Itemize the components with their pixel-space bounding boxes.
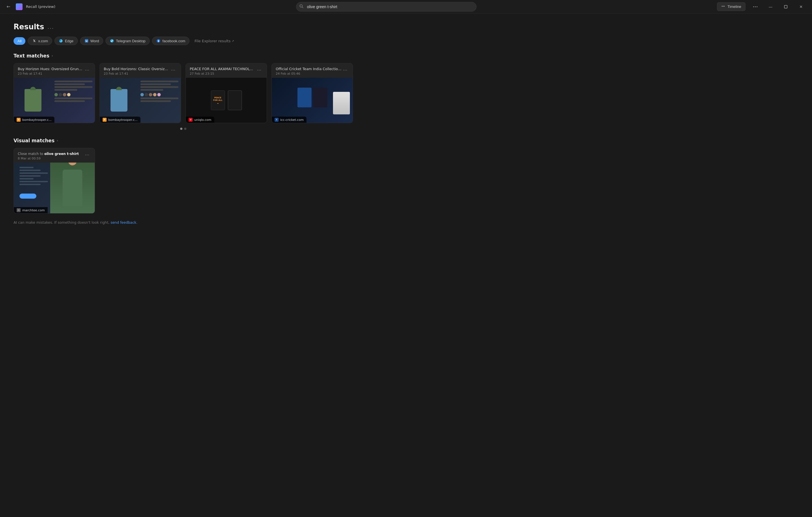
text-matches-arrow-icon: › <box>52 54 53 58</box>
x-icon: 𝕏 <box>32 39 36 43</box>
card-4-favicon: I <box>274 118 279 122</box>
card-2-menu-button[interactable]: ⋯ <box>170 67 177 73</box>
vt-line-6 <box>20 181 48 182</box>
card-4-menu-button[interactable]: ⋯ <box>342 67 349 73</box>
text-line-6 <box>54 100 85 102</box>
cricket-shirt-dark <box>313 88 327 108</box>
vt-line-1 <box>20 167 33 168</box>
svg-text:W: W <box>85 40 88 42</box>
back-button[interactable]: ← <box>4 3 12 11</box>
pagination-dot-2[interactable] <box>184 128 186 130</box>
vcard-1-menu-button[interactable]: ⋯ <box>84 152 91 158</box>
card-1-favicon: B <box>17 118 21 122</box>
window-controls: — ✕ <box>749 2 808 11</box>
vcard-1-thumbnail: m marchtee.com <box>14 162 95 213</box>
search-icon <box>299 4 303 9</box>
card-1-header: Buy Horizon Hues: Oversized Grunge T-shi… <box>14 63 95 78</box>
search-bar <box>296 2 476 11</box>
timeline-icon <box>721 4 725 9</box>
more-options-button[interactable] <box>749 2 762 11</box>
card-3-site-label: U uniqlo.com <box>186 117 214 123</box>
color-swatches-2 <box>140 93 179 96</box>
filter-tab-facebook[interactable]: facebook.com <box>152 37 190 45</box>
akamai-shirt-dark: PEACEFOR ALL ☁ <box>211 90 225 110</box>
text-match-card-3[interactable]: PEACE FOR ALL AKAMAI TECHNOLOGIES (... 2… <box>185 63 267 123</box>
filter-tab-xcom[interactable]: 𝕏 x.com <box>28 37 52 45</box>
text-line-6 <box>140 100 171 102</box>
titlebar: ← Recall (preview) <box>0 0 812 13</box>
filter-tab-edge-label: Edge <box>65 39 73 43</box>
pagination-dots <box>13 128 353 130</box>
timeline-button[interactable]: Timeline <box>717 2 746 11</box>
svg-line-2 <box>302 7 303 8</box>
visual-matches-title: Visual matches <box>13 138 54 144</box>
filter-tab-word[interactable]: W Word <box>80 37 104 45</box>
vcard-1-site-name: marchtee.com <box>22 209 45 212</box>
text-line-5 <box>140 97 179 99</box>
maximize-button[interactable] <box>779 2 792 11</box>
file-explorer-link[interactable]: File Explorer results ↗ <box>192 37 237 45</box>
pagination-dot-1[interactable] <box>180 128 182 130</box>
card-3-menu-button[interactable]: ⋯ <box>256 67 263 73</box>
card-2-site-label: B bombaytrooper.c... <box>100 117 140 123</box>
text-line-2 <box>140 83 171 85</box>
svg-point-6 <box>753 6 754 7</box>
results-title: Results <box>13 23 44 31</box>
vcard-1-text-panel <box>17 162 51 213</box>
filter-tab-edge[interactable]: Edge <box>54 37 78 45</box>
timeline-label: Timeline <box>727 4 741 9</box>
filter-tab-all-label: All <box>18 39 22 43</box>
card-4-header: Official Cricket Team India Collection |… <box>272 63 353 78</box>
results-more-button[interactable]: ... <box>47 24 54 30</box>
vcard-1-site-label: m marchtee.com <box>14 207 48 213</box>
text-match-card-2[interactable]: Buy Bold Horizons: Classic Oversized T-s… <box>99 63 181 123</box>
swatch-pink <box>157 93 161 96</box>
swatch-blue <box>140 93 144 96</box>
swatch-dark <box>59 93 62 96</box>
filter-tab-xcom-label: x.com <box>38 39 48 43</box>
vcard-1-title: Close match to olive green t-shirt <box>18 152 84 156</box>
search-input[interactable] <box>296 2 476 11</box>
text-match-card-4[interactable]: Official Cricket Team India Collection |… <box>271 63 353 123</box>
visual-matches-grid: Close match to olive green t-shirt 8 Mar… <box>13 148 353 214</box>
filter-tab-all[interactable]: All <box>13 37 25 45</box>
vt-line-7 <box>20 184 40 185</box>
app-title: Recall (preview) <box>26 4 55 9</box>
blue-tshirt-image <box>111 89 127 112</box>
svg-point-5 <box>724 6 725 7</box>
card-2-date: 23 Feb at 17:41 <box>104 72 170 75</box>
send-feedback-link[interactable]: send feedback <box>111 220 136 224</box>
disclaimer-suffix: . <box>137 220 138 224</box>
visual-matches-header[interactable]: Visual matches › <box>13 138 353 144</box>
vcard-1-favicon: m <box>17 208 21 212</box>
card-1-site-label: B bombaytrooper.c... <box>14 117 54 123</box>
vcard-1-header: Close match to olive green t-shirt 8 Mar… <box>14 148 95 162</box>
swatch-dark <box>145 93 148 96</box>
person-body <box>63 170 82 206</box>
close-button[interactable]: ✕ <box>794 2 808 11</box>
card-3-title: PEACE FOR ALL AKAMAI TECHNOLOGIES (... <box>190 67 256 71</box>
text-line-1 <box>140 81 179 82</box>
filter-tab-telegram-label: Telegram Desktop <box>116 39 145 43</box>
visual-match-card-1[interactable]: Close match to olive green t-shirt 8 Mar… <box>13 148 95 214</box>
svg-rect-9 <box>784 5 787 8</box>
card-3-favicon: U <box>188 118 193 122</box>
text-line-4 <box>54 89 77 91</box>
card-1-menu-button[interactable]: ⋯ <box>84 67 91 73</box>
text-match-card-1[interactable]: Buy Horizon Hues: Oversized Grunge T-shi… <box>13 63 95 123</box>
vcard-1-date: 8 Mar at 00:59 <box>18 157 84 160</box>
cricket-shirt-white <box>333 92 350 114</box>
ai-disclaimer: AI can make mistakes. If something doesn… <box>13 220 353 224</box>
file-explorer-link-label: File Explorer results <box>195 39 231 43</box>
swatch-brown <box>149 93 152 96</box>
text-matches-header[interactable]: Text matches › <box>13 53 353 59</box>
minimize-button[interactable]: — <box>764 2 777 11</box>
filter-tab-telegram[interactable]: Telegram Desktop <box>106 37 150 45</box>
filter-tab-word-label: Word <box>90 39 99 43</box>
svg-point-8 <box>757 6 758 7</box>
card-4-site-name: icc-cricket.com <box>280 118 303 122</box>
vt-line-4 <box>20 175 40 177</box>
card-3-site-name: uniqlo.com <box>194 118 211 122</box>
card-4-date: 24 Feb at 05:46 <box>276 72 342 75</box>
card-2-header: Buy Bold Horizons: Classic Oversized T-s… <box>100 63 181 78</box>
